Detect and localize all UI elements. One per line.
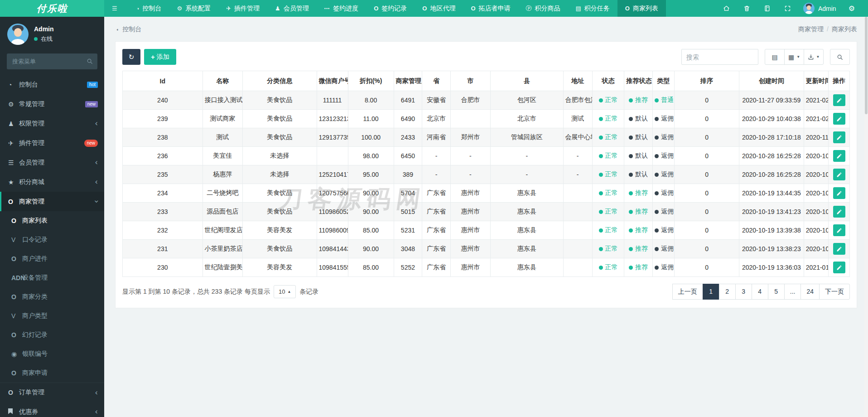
- column-header[interactable]: 折扣(%): [348, 71, 394, 91]
- column-header[interactable]: 操作: [829, 71, 850, 91]
- sidebar-item-members[interactable]: ☰会员管理‹: [0, 153, 104, 172]
- topnav-item-store-applicant[interactable]: O拓店者申请: [463, 0, 518, 17]
- column-header[interactable]: 更新时间: [804, 71, 829, 91]
- edit-button[interactable]: [833, 224, 845, 236]
- topnav-item-plugins[interactable]: ✈插件管理: [218, 0, 267, 17]
- circle-o-icon: O: [374, 5, 378, 12]
- fullscreen-icon[interactable]: [777, 0, 798, 17]
- topnav-item-sign-progress[interactable]: •••签约进度: [317, 0, 366, 17]
- page-link[interactable]: 1: [703, 284, 719, 300]
- recommend-badge: 推荐: [629, 208, 648, 216]
- sidebar-item-passcode-records[interactable]: V口令记录: [0, 230, 104, 249]
- topnav-item-points-goods[interactable]: Ⓟ积分商品: [518, 0, 568, 17]
- topnav-item-region-agent[interactable]: O地区代理: [415, 0, 463, 17]
- cell-manager: 6450: [394, 147, 422, 165]
- edit-button[interactable]: [833, 169, 845, 180]
- sidebar-item-auth[interactable]: ♟权限管理‹: [0, 114, 104, 133]
- pencil-icon: [836, 135, 842, 141]
- topnav-item-sign-records[interactable]: O签约记录: [366, 0, 415, 17]
- sidebar-item-merchant-apply[interactable]: O商家申请: [0, 364, 104, 383]
- sidebar-item-dashboard[interactable]: ◔控制台hot: [0, 75, 104, 94]
- column-header[interactable]: Id: [123, 71, 203, 91]
- page-link[interactable]: 5: [768, 284, 785, 300]
- column-header[interactable]: 推荐状态: [624, 71, 653, 91]
- column-header[interactable]: 名称: [203, 71, 242, 91]
- cell-wx-mch-id: 109841555212632065: [317, 258, 348, 277]
- column-header[interactable]: 创建时间: [739, 71, 804, 91]
- topnav-item-dashboard[interactable]: ◔控制台: [128, 0, 169, 17]
- page-scrollbar[interactable]: [864, 17, 868, 417]
- table-search-input[interactable]: [681, 49, 758, 65]
- column-header[interactable]: 省: [422, 71, 451, 91]
- page-link[interactable]: 4: [752, 284, 768, 300]
- edit-button[interactable]: [833, 131, 845, 143]
- sidebar-toggle-button[interactable]: ☰: [104, 0, 128, 17]
- cell-name: 源品面包店: [203, 203, 242, 221]
- column-header[interactable]: 市: [450, 71, 490, 91]
- brand-logo[interactable]: 付乐啦: [0, 0, 104, 17]
- sidebar-item-slide-records[interactable]: O幻灯记录: [0, 325, 104, 344]
- user-menu[interactable]: Admin: [798, 3, 842, 14]
- toggle-pagination-button[interactable]: ▤: [765, 49, 785, 65]
- refresh-button[interactable]: ↻: [122, 49, 140, 65]
- topnav-item-system-config[interactable]: ⚙系统配置: [169, 0, 219, 17]
- page-link[interactable]: 24: [800, 284, 820, 300]
- column-header[interactable]: 状态: [592, 71, 624, 91]
- column-header[interactable]: 地址: [563, 71, 592, 91]
- edit-button[interactable]: [833, 243, 845, 255]
- page-link[interactable]: 上一页: [672, 284, 703, 300]
- cell-city: -: [450, 147, 490, 165]
- topnav-item-merchant-list[interactable]: O商家列表: [617, 0, 666, 17]
- sidebar-item-orders[interactable]: O订单管理‹: [0, 383, 104, 402]
- page-link[interactable]: ...: [784, 284, 801, 300]
- page-link[interactable]: 下一页: [819, 284, 850, 300]
- sidebar-item-points-mall[interactable]: ★积分商城‹: [0, 172, 104, 192]
- column-header[interactable]: 排序: [675, 71, 739, 91]
- add-button[interactable]: +添加: [144, 49, 176, 65]
- column-header[interactable]: 类型: [652, 71, 674, 91]
- columns-button[interactable]: ▦▼: [784, 49, 804, 65]
- column-header[interactable]: 分类信息: [242, 71, 317, 91]
- table-toolbar: ↻ +添加 ▤ ▦▼ ▼: [122, 49, 850, 65]
- type-badge: 返佣: [655, 226, 674, 234]
- sidebar-item-merchant-list[interactable]: O商家列表: [0, 211, 104, 230]
- sidebar-item-merchant-category[interactable]: O商家分类: [0, 287, 104, 306]
- sidebar-item-merchant-onboarding[interactable]: O商户进件: [0, 249, 104, 268]
- topnav-right: Admin ⚙: [716, 0, 868, 17]
- adn-icon: ADN: [11, 274, 22, 281]
- sidebar-avatar: [7, 24, 29, 45]
- sidebar-item-addons[interactable]: ✈插件管理new: [0, 133, 104, 153]
- page-link[interactable]: 3: [735, 284, 752, 300]
- cell-id: 238: [123, 128, 203, 147]
- column-header[interactable]: 商家管理员: [394, 71, 422, 91]
- topnav-label: 系统配置: [185, 5, 211, 13]
- trash-icon[interactable]: [737, 0, 757, 17]
- log-book-icon[interactable]: [757, 0, 777, 17]
- edit-button[interactable]: [833, 150, 845, 162]
- cogs-icon[interactable]: ⚙: [842, 0, 862, 17]
- sidebar-item-unionpay-number[interactable]: ◉银联编号: [0, 344, 104, 364]
- sidebar-item-merchant-type[interactable]: V商户类型: [0, 306, 104, 325]
- sidebar-item-device-mgmt[interactable]: ADN设备管理: [0, 268, 104, 287]
- export-button[interactable]: ▼: [804, 49, 824, 65]
- topnav-item-points-tasks[interactable]: ▤积分任务: [568, 0, 617, 17]
- edit-button[interactable]: [833, 262, 845, 273]
- scrollbar-thumb[interactable]: [865, 17, 868, 114]
- sidebar-item-merchant-mgmt[interactable]: O商家管理‹: [0, 192, 104, 211]
- column-header[interactable]: 县: [491, 71, 564, 91]
- sidebar-search-input[interactable]: [7, 53, 97, 69]
- topnav-item-members[interactable]: ♟会员管理: [267, 0, 317, 17]
- type-badge: 返佣: [655, 245, 674, 253]
- edit-button[interactable]: [833, 113, 845, 125]
- home-icon[interactable]: [716, 0, 737, 17]
- page-link[interactable]: 2: [719, 284, 736, 300]
- search-button[interactable]: [830, 49, 850, 65]
- column-header[interactable]: 微信商户号: [317, 71, 348, 91]
- breadcrumb-parent[interactable]: 商家管理: [798, 25, 824, 33]
- edit-button[interactable]: [833, 187, 845, 199]
- edit-button[interactable]: [833, 206, 845, 218]
- per-page-select[interactable]: 10▲: [274, 285, 296, 298]
- sidebar-item-general[interactable]: ⚙常规管理new: [0, 94, 104, 114]
- edit-button[interactable]: [833, 94, 845, 106]
- sidebar-item-coupons[interactable]: 优惠券‹: [0, 402, 104, 417]
